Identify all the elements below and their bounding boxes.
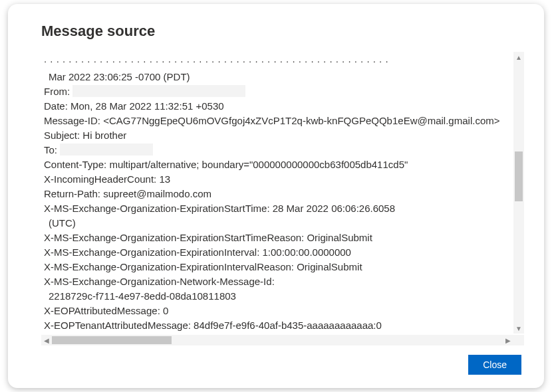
header-line: To: xyxy=(44,143,512,157)
partial-top-row: . . . . . . . . . . . . . . . . . . . . … xyxy=(41,52,524,70)
header-line: Subject: Hi brother xyxy=(44,128,512,143)
header-line: X-MS-Exchange-Organization-ExpirationSta… xyxy=(44,231,512,245)
horizontal-scrollbar[interactable]: ◀ ▶ xyxy=(41,335,513,345)
content-wrapper: . . . . . . . . . . . . . . . . . . . . … xyxy=(41,52,524,345)
vertical-scroll-thumb[interactable] xyxy=(515,151,523,201)
redacted-region xyxy=(72,85,245,97)
scroll-corner xyxy=(513,335,524,345)
horizontal-scroll-thumb[interactable] xyxy=(52,336,172,344)
header-line: Content-Type: multipart/alternative; bou… xyxy=(44,157,512,172)
scroll-left-icon[interactable]: ◀ xyxy=(41,335,52,345)
scroll-up-icon[interactable]: ▲ xyxy=(513,52,524,62)
header-line: (UTC) xyxy=(44,216,512,231)
vertical-scrollbar[interactable]: ▲ ▼ xyxy=(513,52,524,334)
header-line: Date: Mon, 28 Mar 2022 11:32:51 +0530 xyxy=(44,99,512,114)
horizontal-scroll-track[interactable] xyxy=(52,335,503,345)
header-line: X-IncomingHeaderCount: 13 xyxy=(44,172,512,187)
header-line: From: xyxy=(44,84,512,99)
header-line: Message-ID: <CAG77NggEpeQU6mOVGfgoj4xZVc… xyxy=(44,114,512,128)
scroll-right-icon[interactable]: ▶ xyxy=(503,335,513,345)
header-line: X-MS-Exchange-Organization-Network-Messa… xyxy=(44,274,512,289)
header-line: 2218729c-f711-4e97-8edd-08da10811803 xyxy=(44,289,512,304)
header-line: X-MS-Exchange-Organization-ExpirationInt… xyxy=(44,245,512,260)
header-line: Return-Path: supreet@mailmodo.com xyxy=(44,187,512,201)
header-line: X-MS-Exchange-Organization-ExpirationSta… xyxy=(44,201,512,216)
header-line: X-MS-Exchange-Organization-ExpirationInt… xyxy=(44,260,512,274)
header-line: X-EOPAttributedMessage: 0 xyxy=(44,304,512,318)
scroll-down-icon[interactable]: ▼ xyxy=(513,323,524,334)
header-line: X-EOPTenantAttributedMessage: 84df9e7f-e… xyxy=(44,318,512,333)
header-line: Mar 2022 23:06:25 -0700 (PDT) xyxy=(44,70,512,84)
close-button[interactable]: Close xyxy=(468,355,521,375)
redacted-region xyxy=(60,144,153,155)
dialog-title: Message source xyxy=(41,23,524,40)
message-source-dialog: Message source . . . . . . . . . . . . .… xyxy=(8,4,544,388)
dialog-footer: Close xyxy=(41,345,524,375)
message-source-text[interactable]: Mar 2022 23:06:25 -0700 (PDT)From: Date:… xyxy=(41,70,524,346)
